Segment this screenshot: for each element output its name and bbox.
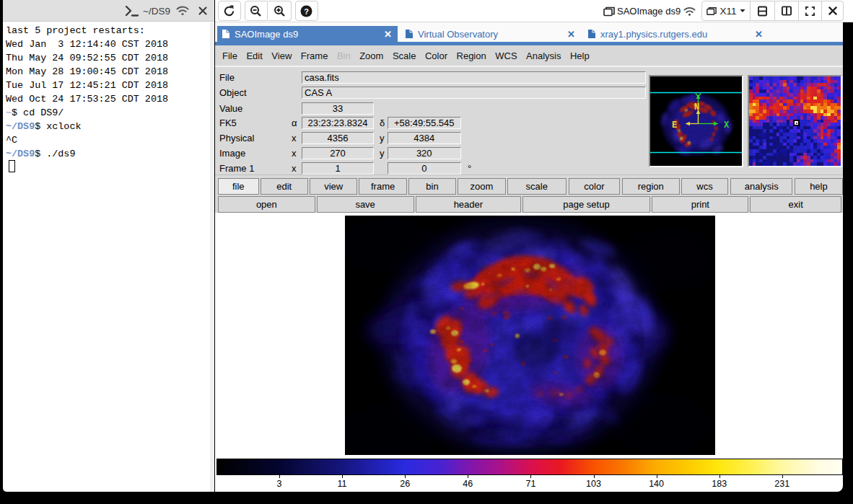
svg-text:N: N — [694, 102, 699, 112]
svg-text:E: E — [672, 120, 677, 131]
svg-text:X: X — [724, 120, 730, 131]
svg-text:?: ? — [304, 7, 309, 16]
